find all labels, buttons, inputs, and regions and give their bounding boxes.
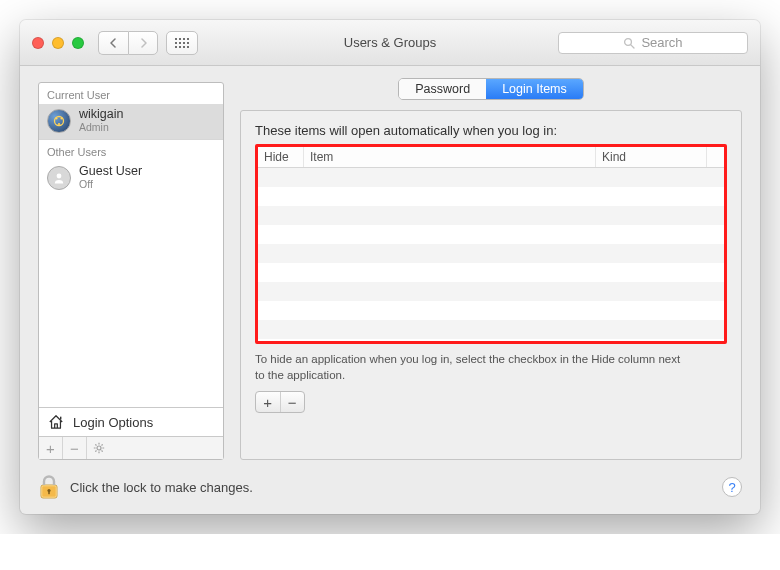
table-row <box>258 187 724 206</box>
svg-rect-4 <box>175 42 177 44</box>
gear-icon <box>93 442 105 454</box>
svg-rect-3 <box>187 38 189 40</box>
close-icon[interactable] <box>32 37 44 49</box>
preferences-window: Users & Groups Search Current User wikig… <box>20 20 760 514</box>
svg-rect-2 <box>183 38 185 40</box>
svg-point-17 <box>58 123 60 125</box>
window-body: Current User wikigain Admin Other Users <box>20 66 760 514</box>
svg-line-26 <box>102 451 103 452</box>
back-button[interactable] <box>98 31 128 55</box>
svg-rect-9 <box>179 46 181 48</box>
tab-login-items[interactable]: Login Items <box>486 79 583 99</box>
table-row <box>258 244 724 263</box>
svg-rect-19 <box>60 417 61 420</box>
user-actions-button[interactable] <box>87 437 111 459</box>
table-row <box>258 263 724 282</box>
add-item-button[interactable]: + <box>256 392 281 412</box>
table-row <box>258 301 724 320</box>
main-area: Password Login Items These items will op… <box>240 82 742 460</box>
current-user-name: wikigain <box>79 108 123 122</box>
svg-point-18 <box>57 174 62 179</box>
svg-line-25 <box>95 444 96 445</box>
lock-text: Click the lock to make changes. <box>70 480 253 495</box>
svg-point-20 <box>97 446 101 450</box>
table-header: Hide Item Kind <box>258 147 724 168</box>
current-user-label: Current User <box>39 83 223 104</box>
svg-rect-1 <box>179 38 181 40</box>
svg-rect-32 <box>48 491 50 494</box>
svg-rect-5 <box>179 42 181 44</box>
table-row <box>258 168 724 187</box>
current-user-role: Admin <box>79 122 123 134</box>
titlebar: Users & Groups Search <box>20 20 760 66</box>
svg-line-28 <box>95 451 96 452</box>
table-row <box>258 225 724 244</box>
column-spacer <box>706 147 724 167</box>
table-body[interactable] <box>258 168 724 341</box>
login-items-panel: These items will open automatically when… <box>240 110 742 460</box>
remove-user-button[interactable]: − <box>63 437 87 459</box>
window-controls <box>32 37 84 49</box>
forward-button[interactable] <box>128 31 158 55</box>
show-all-button[interactable] <box>166 31 198 55</box>
svg-line-13 <box>631 44 634 47</box>
login-options-label: Login Options <box>73 415 153 430</box>
table-row <box>258 282 724 301</box>
intro-text: These items will open automatically when… <box>255 123 727 138</box>
hide-hint-text: To hide an application when you log in, … <box>255 352 685 383</box>
svg-rect-0 <box>175 38 177 40</box>
sidebar-item-guest-user[interactable]: Guest User Off <box>39 161 223 196</box>
svg-line-27 <box>102 444 103 445</box>
add-remove-group: + − <box>255 391 305 413</box>
help-button[interactable]: ? <box>722 477 742 497</box>
minimize-icon[interactable] <box>52 37 64 49</box>
sidebar-item-current-user[interactable]: wikigain Admin <box>39 104 223 139</box>
table-row <box>258 206 724 225</box>
search-input[interactable]: Search <box>558 32 748 54</box>
guest-user-name: Guest User <box>79 165 142 179</box>
lock-icon[interactable] <box>38 474 60 500</box>
svg-rect-6 <box>183 42 185 44</box>
guest-avatar-icon <box>47 166 71 190</box>
column-item[interactable]: Item <box>304 147 596 167</box>
svg-rect-11 <box>187 46 189 48</box>
svg-rect-10 <box>183 46 185 48</box>
tab-group: Password Login Items <box>398 78 584 100</box>
svg-point-15 <box>55 117 57 119</box>
table-row <box>258 320 724 339</box>
tab-password[interactable]: Password <box>399 79 486 99</box>
svg-rect-7 <box>187 42 189 44</box>
search-placeholder: Search <box>641 35 682 50</box>
home-icon <box>47 414 65 430</box>
remove-item-button[interactable]: − <box>281 392 305 412</box>
zoom-icon[interactable] <box>72 37 84 49</box>
other-users-label: Other Users <box>39 140 223 161</box>
nav-back-forward <box>98 31 158 55</box>
lock-row: Click the lock to make changes. ? <box>38 474 742 500</box>
add-user-button[interactable]: + <box>39 437 63 459</box>
avatar <box>47 109 71 133</box>
svg-point-16 <box>60 117 62 119</box>
svg-rect-8 <box>175 46 177 48</box>
column-hide[interactable]: Hide <box>258 147 304 167</box>
guest-user-status: Off <box>79 179 142 191</box>
search-icon <box>623 37 635 49</box>
login-options-button[interactable]: Login Options <box>39 407 223 436</box>
login-items-table: Hide Item Kind <box>255 144 727 344</box>
sidebar-footer: + − <box>39 436 223 459</box>
users-sidebar: Current User wikigain Admin Other Users <box>38 82 224 460</box>
column-kind[interactable]: Kind <box>596 147 706 167</box>
